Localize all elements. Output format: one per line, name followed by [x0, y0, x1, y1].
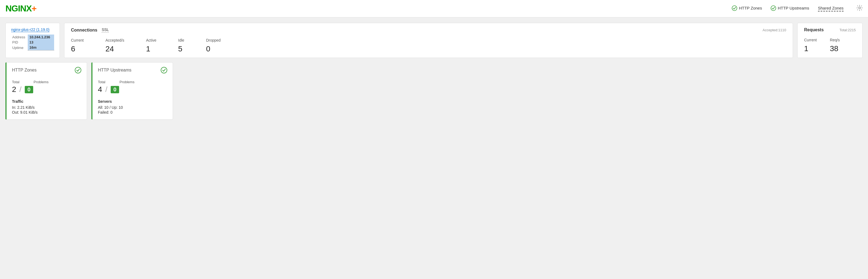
- requests-reqs-label: Req/s: [830, 38, 840, 42]
- http-upstreams-servers-failed: Failed: 0: [98, 110, 167, 115]
- http-upstreams-problems-label: Problems: [119, 80, 134, 84]
- stat-accepted-s: Accepted/s 24: [105, 38, 124, 53]
- stat-accepted-s-value: 24: [105, 44, 124, 53]
- http-zones-total-value: 2: [12, 85, 16, 94]
- header: NGINX+ HTTP Zones HTTP Upstreams Shared …: [0, 0, 868, 18]
- uptime-value: 16m: [28, 45, 54, 50]
- http-upstreams-total-value: 4: [98, 85, 102, 94]
- connections-title: Connections: [71, 28, 97, 33]
- svg-point-4: [161, 67, 167, 73]
- http-zones-slash: /: [18, 85, 24, 94]
- uptime-row: Uptime 16m: [11, 45, 54, 50]
- server-link[interactable]: nginx-plus-r22 (1.19.0): [11, 28, 50, 32]
- nav-label-http-upstreams: HTTP Upstreams: [778, 6, 809, 10]
- gear-icon: [857, 5, 863, 11]
- accepted-total: Accepted:1110: [763, 28, 786, 32]
- server-info-table: Address 10.244.1.236 PID 13 Uptime 16m: [11, 34, 54, 51]
- http-upstreams-card: HTTP Upstreams Total Problems 4 / 0 Serv…: [91, 62, 173, 120]
- requests-reqs-value: 38: [830, 44, 840, 53]
- http-upstreams-total-label: Total: [98, 80, 105, 84]
- http-upstreams-servers-all: All: 10 / Up: 10: [98, 105, 167, 110]
- svg-point-1: [771, 5, 776, 10]
- requests-total: Total:2215: [839, 28, 856, 32]
- http-upstreams-problems-badge: 0: [111, 86, 119, 93]
- requests-current-value: 1: [804, 44, 817, 53]
- settings-button[interactable]: [857, 5, 863, 12]
- requests-reqs: Req/s 38: [830, 38, 840, 53]
- stat-current-value: 6: [71, 44, 84, 53]
- http-zones-numbers: 2 / 0: [12, 85, 81, 94]
- requests-header: Requests Total:2215: [804, 28, 856, 32]
- stat-active-label: Active: [146, 38, 156, 42]
- bottom-row: HTTP Zones Total Problems 2 / 0 Traffic …: [5, 62, 863, 120]
- http-upstreams-slash: /: [103, 85, 110, 94]
- http-zones-traffic-title: Traffic: [12, 99, 81, 103]
- http-zones-total-label: Total: [12, 80, 19, 84]
- requests-current-label: Current: [804, 38, 817, 42]
- nav-item-http-zones[interactable]: HTTP Zones: [732, 5, 762, 12]
- main-nav: HTTP Zones HTTP Upstreams Shared Zones: [732, 5, 863, 12]
- svg-point-0: [732, 5, 737, 10]
- stat-accepted-s-label: Accepted/s: [105, 38, 124, 42]
- pid-row: PID 13: [11, 40, 54, 45]
- uptime-label: Uptime: [11, 45, 28, 50]
- requests-card: Requests Total:2215 Current 1 Req/s 38: [797, 23, 863, 58]
- nav-label-shared-zones: Shared Zones: [818, 6, 843, 10]
- requests-total-value: 2215: [848, 28, 856, 32]
- http-upstreams-title: HTTP Upstreams: [98, 68, 131, 72]
- http-zones-card: HTTP Zones Total Problems 2 / 0 Traffic …: [5, 62, 87, 120]
- stat-dropped-value: 0: [206, 44, 221, 53]
- http-upstreams-servers-title: Servers: [98, 99, 167, 103]
- stat-current-label: Current: [71, 38, 84, 42]
- stat-idle: Idle 5: [178, 38, 184, 53]
- requests-title: Requests: [804, 28, 824, 32]
- http-upstreams-header: HTTP Upstreams: [98, 67, 167, 73]
- pid-label: PID: [11, 40, 28, 45]
- connections-header: Connections SSL Accepted:1110: [71, 28, 786, 33]
- pid-value: 13: [28, 40, 54, 45]
- logo-text: NGINX: [5, 3, 32, 13]
- stat-idle-label: Idle: [178, 38, 184, 42]
- stat-active-value: 1: [146, 44, 156, 53]
- requests-total-label: Total:: [839, 28, 848, 32]
- http-zones-header: HTTP Zones: [12, 67, 81, 73]
- accepted-total-value: 1110: [778, 28, 786, 32]
- svg-point-2: [859, 7, 861, 9]
- upstreams-labels-row: Total Problems: [98, 80, 167, 84]
- nav-item-http-upstreams[interactable]: HTTP Upstreams: [771, 5, 809, 12]
- address-value: 10.244.1.236: [28, 34, 54, 40]
- http-zones-problems-label: Problems: [33, 80, 49, 84]
- stat-dropped-label: Dropped: [206, 38, 221, 42]
- top-row: nginx-plus-r22 (1.19.0) Address 10.244.1…: [5, 23, 863, 58]
- http-zones-traffic-in: In: 2.21 KiB/s: [12, 105, 81, 110]
- http-zones-title: HTTP Zones: [12, 68, 36, 72]
- stat-current: Current 6: [71, 38, 84, 53]
- http-zones-problems-badge: 0: [25, 86, 33, 93]
- stat-idle-value: 5: [178, 44, 184, 53]
- main-content: nginx-plus-r22 (1.19.0) Address 10.244.1…: [0, 18, 868, 125]
- nav-label-http-zones: HTTP Zones: [739, 6, 762, 10]
- connections-card: Connections SSL Accepted:1110 Current 6 …: [64, 23, 793, 58]
- http-upstreams-check-icon: [161, 67, 167, 73]
- http-zones-traffic-out: Out: 9.01 KiB/s: [12, 110, 81, 115]
- nav-item-shared-zones[interactable]: Shared Zones: [818, 6, 843, 11]
- requests-stats: Current 1 Req/s 38: [804, 38, 856, 53]
- svg-point-3: [75, 67, 81, 73]
- accepted-total-label: Accepted:: [763, 28, 778, 32]
- check-circle-icon: [732, 5, 737, 11]
- check-circle-icon-2: [771, 5, 776, 11]
- address-row: Address 10.244.1.236: [11, 34, 54, 40]
- stat-dropped: Dropped 0: [206, 38, 221, 53]
- stat-active: Active 1: [146, 38, 156, 53]
- connections-stats: Current 6 Accepted/s 24 Active 1 Idle 5 …: [71, 38, 786, 53]
- ssl-label: SSL: [102, 28, 109, 33]
- logo-plus: +: [32, 3, 37, 13]
- server-card: nginx-plus-r22 (1.19.0) Address 10.244.1…: [5, 23, 60, 58]
- address-label: Address: [11, 34, 28, 40]
- http-zones-check-icon: [75, 67, 81, 73]
- zone-labels-row: Total Problems: [12, 80, 81, 84]
- http-upstreams-numbers: 4 / 0: [98, 85, 167, 94]
- requests-current: Current 1: [804, 38, 817, 53]
- logo: NGINX+: [5, 3, 37, 13]
